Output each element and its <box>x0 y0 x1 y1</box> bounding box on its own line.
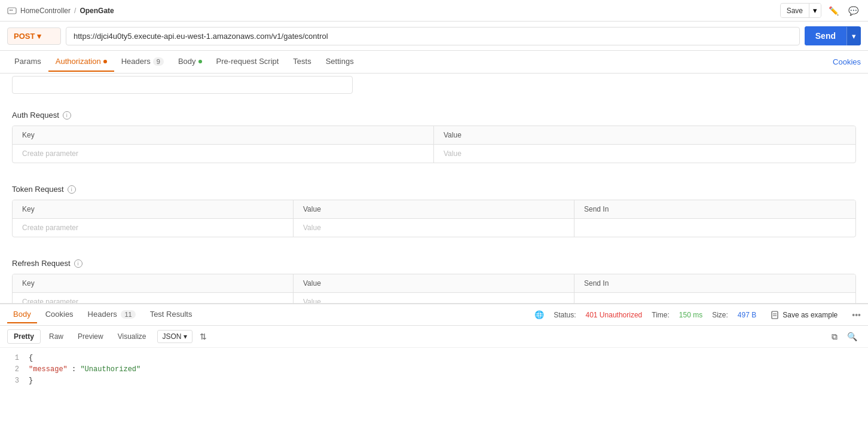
send-button[interactable]: Send <box>805 26 846 45</box>
token-request-table: Key Value Send In Create parameter Value <box>12 200 856 237</box>
auth-request-row: Create parameter Value <box>13 145 855 163</box>
breadcrumb-separator: / <box>74 7 76 15</box>
edit-icon-button[interactable]: ✏️ <box>826 4 841 18</box>
bottom-tabs: Body Cookies Headers 11 Test Results 🌐 S… <box>0 304 868 326</box>
refresh-request-table: Key Value Send In Create parameter Value <box>12 274 856 303</box>
authorization-dot <box>103 60 107 63</box>
request-tabs: Params Authorization Headers 9 Body Pre-… <box>0 51 868 74</box>
format-bar: Pretty Raw Preview Visualize JSON ▾ ⇅ ⧉ … <box>0 326 868 348</box>
tab-headers[interactable]: Headers 9 <box>114 52 171 72</box>
size-value: 497 B <box>738 311 756 319</box>
token-request-header: Key Value Send In <box>13 200 855 219</box>
auth-request-title: Auth Request i <box>12 101 856 120</box>
format-tab-pretty[interactable]: Pretty <box>7 329 41 344</box>
top-bar-actions: Save ▾ ✏️ 💬 <box>780 3 861 18</box>
refresh-request-header: Key Value Send In <box>13 274 855 293</box>
send-dropdown-button[interactable]: ▾ <box>846 27 861 45</box>
code-key: "message" <box>29 365 68 374</box>
bottom-panel: Body Cookies Headers 11 Test Results 🌐 S… <box>0 303 868 422</box>
auth-content: Auth Request i Key Value Create paramete… <box>0 74 868 303</box>
breadcrumb-current: OpenGate <box>80 7 114 15</box>
body-dot <box>198 60 202 63</box>
search-icon-button[interactable]: 🔍 <box>843 330 861 343</box>
token-sendin-cell <box>574 219 855 237</box>
top-bar: HomeController / OpenGate Save ▾ ✏️ 💬 <box>0 0 868 22</box>
method-select[interactable]: POST ▾ <box>7 27 61 45</box>
code-colon: : <box>72 365 76 374</box>
auth-value-header: Value <box>434 126 855 144</box>
token-request-row: Create parameter Value <box>13 219 855 237</box>
time-value: 150 ms <box>679 311 702 319</box>
refresh-request-title: Refresh Request i <box>12 249 856 268</box>
refresh-value-cell[interactable]: Value <box>294 293 574 303</box>
comment-icon-button[interactable]: 💬 <box>846 4 861 18</box>
copy-icon-button[interactable]: ⧉ <box>828 330 841 344</box>
url-input[interactable] <box>66 27 800 45</box>
token-request-section: Token Request i Key Value Send In Create… <box>12 175 856 237</box>
tab-tests[interactable]: Tests <box>286 52 318 72</box>
token-value-header: Value <box>294 200 574 218</box>
refresh-request-row: Create parameter Value <box>13 293 855 303</box>
breadcrumb: HomeController / OpenGate <box>7 6 114 16</box>
save-as-example-button[interactable]: Save as example <box>766 310 842 320</box>
format-tab-visualize[interactable]: Visualize <box>112 330 152 343</box>
auth-request-info-icon[interactable]: i <box>63 111 71 120</box>
bottom-tab-test-results[interactable]: Test Results <box>144 306 198 323</box>
bottom-tab-cookies[interactable]: Cookies <box>39 306 80 323</box>
tab-pre-request[interactable]: Pre-request Script <box>209 52 286 72</box>
json-format-select[interactable]: JSON ▾ <box>157 330 192 343</box>
code-line-1: 1 { <box>7 353 861 364</box>
auth-key-cell[interactable]: Create parameter <box>13 145 434 163</box>
more-options-icon[interactable]: ••• <box>852 310 861 320</box>
save-button[interactable]: Save <box>781 4 809 17</box>
token-request-info-icon[interactable]: i <box>68 185 76 194</box>
breadcrumb-parent: HomeController <box>20 7 71 15</box>
headers-badge: 9 <box>153 57 164 66</box>
code-view: 1 { 2 "message" : "Unauthorized" 3 } <box>0 348 868 422</box>
refresh-sendin-header: Send In <box>574 274 855 292</box>
save-example-icon <box>771 311 779 319</box>
refresh-key-cell[interactable]: Create parameter <box>13 293 294 303</box>
save-button-group[interactable]: Save ▾ <box>780 3 821 18</box>
save-dropdown-button[interactable]: ▾ <box>809 4 821 17</box>
home-controller-icon <box>7 6 17 16</box>
method-label: POST <box>14 32 35 41</box>
refresh-value-header: Value <box>294 274 574 292</box>
status-value: 401 Unauthorized <box>586 311 643 319</box>
headers-count-badge: 11 <box>121 310 135 319</box>
tab-settings[interactable]: Settings <box>319 52 361 72</box>
auth-panel: Auth Request i Key Value Create paramete… <box>0 74 868 303</box>
refresh-sendin-cell <box>574 293 855 303</box>
bottom-tab-headers[interactable]: Headers 11 <box>82 306 142 323</box>
svg-rect-1 <box>10 10 11 11</box>
send-button-group: Send ▾ <box>805 26 861 45</box>
auth-value-cell[interactable]: Value <box>434 145 855 163</box>
token-sendin-header: Send In <box>574 200 855 218</box>
token-key-cell[interactable]: Create parameter <box>13 219 294 237</box>
tab-authorization[interactable]: Authorization <box>48 52 114 72</box>
bottom-tab-body[interactable]: Body <box>7 306 37 323</box>
svg-rect-5 <box>772 311 778 319</box>
auth-request-table: Key Value Create parameter Value <box>12 126 856 163</box>
auth-request-section: Auth Request i Key Value Create paramete… <box>12 101 856 163</box>
url-bar: POST ▾ Send ▾ <box>0 22 868 51</box>
auth-key-header: Key <box>13 126 434 144</box>
cookies-link[interactable]: Cookies <box>833 57 861 66</box>
auth-request-header: Key Value <box>13 126 855 145</box>
format-tab-raw[interactable]: Raw <box>43 330 69 343</box>
code-value: "Unauthorized" <box>80 365 140 374</box>
filter-icon[interactable]: ⇅ <box>200 332 207 341</box>
status-bar: 🌐 Status: 401 Unauthorized Time: 150 ms … <box>534 310 861 320</box>
token-value-cell[interactable]: Value <box>294 219 574 237</box>
svg-rect-2 <box>11 10 13 11</box>
method-dropdown-icon: ▾ <box>37 32 41 41</box>
code-line-2: 2 "message" : "Unauthorized" <box>7 364 861 375</box>
refresh-key-header: Key <box>13 274 294 292</box>
format-dropdown-icon: ▾ <box>184 332 187 341</box>
code-line-3: 3 } <box>7 375 861 387</box>
refresh-request-section: Refresh Request i Key Value Send In Crea… <box>12 249 856 303</box>
format-tab-preview[interactable]: Preview <box>72 330 109 343</box>
refresh-request-info-icon[interactable]: i <box>74 259 82 268</box>
tab-params[interactable]: Params <box>7 52 48 72</box>
tab-body[interactable]: Body <box>171 52 209 72</box>
